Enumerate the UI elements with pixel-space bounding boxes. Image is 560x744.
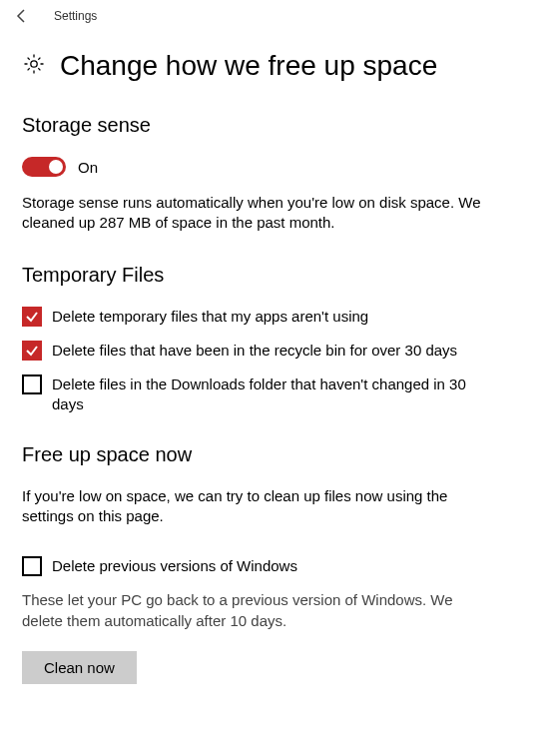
page-header: Change how we free up space xyxy=(22,50,538,82)
temp-checkbox-2[interactable] xyxy=(22,374,42,394)
temp-label-0: Delete temporary files that my apps aren… xyxy=(52,307,368,327)
temp-checkbox-0[interactable] xyxy=(22,307,42,327)
temporary-files-section: Temporary Files Delete temporary files t… xyxy=(22,264,538,415)
page-title: Change how we free up space xyxy=(60,50,437,82)
toggle-knob xyxy=(49,160,63,174)
app-title: Settings xyxy=(54,9,97,23)
temp-option-0: Delete temporary files that my apps aren… xyxy=(22,307,538,327)
titlebar: Settings xyxy=(0,0,560,32)
storage-sense-heading: Storage sense xyxy=(22,114,538,137)
storage-sense-section: Storage sense On Storage sense runs auto… xyxy=(22,114,538,234)
svg-point-0 xyxy=(31,61,37,67)
back-button[interactable] xyxy=(14,8,30,24)
storage-sense-toggle-label: On xyxy=(78,159,98,176)
free-up-description: If you're low on space, we can try to cl… xyxy=(22,486,491,527)
storage-sense-toggle-row: On xyxy=(22,157,538,177)
gear-icon xyxy=(22,52,46,80)
content: Change how we free up space Storage sens… xyxy=(0,32,560,734)
prev-versions-label: Delete previous versions of Windows xyxy=(52,556,297,576)
temp-option-2: Delete files in the Downloads folder tha… xyxy=(22,374,538,415)
temp-label-2: Delete files in the Downloads folder tha… xyxy=(52,374,471,415)
temp-label-1: Delete files that have been in the recyc… xyxy=(52,341,457,361)
temporary-files-heading: Temporary Files xyxy=(22,264,538,287)
free-up-section: Free up space now If you're low on space… xyxy=(22,443,538,684)
clean-now-button[interactable]: Clean now xyxy=(22,651,137,684)
prev-versions-help: These let your PC go back to a previous … xyxy=(22,590,491,631)
storage-sense-toggle[interactable] xyxy=(22,157,66,177)
prev-versions-option: Delete previous versions of Windows xyxy=(22,556,538,576)
prev-versions-checkbox[interactable] xyxy=(22,556,42,576)
free-up-heading: Free up space now xyxy=(22,443,538,466)
storage-sense-description: Storage sense runs automatically when yo… xyxy=(22,193,491,234)
temp-option-1: Delete files that have been in the recyc… xyxy=(22,341,538,361)
temp-checkbox-1[interactable] xyxy=(22,341,42,361)
